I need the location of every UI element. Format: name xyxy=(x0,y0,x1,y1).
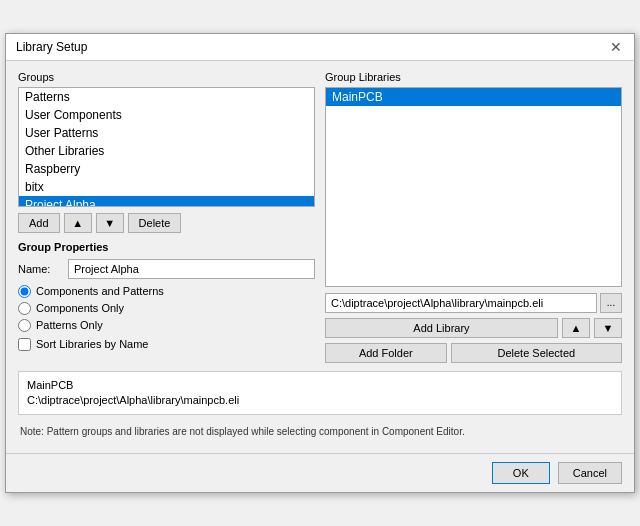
radio-patterns-only: Patterns Only xyxy=(18,319,315,332)
lib-buttons-row: Add Library ▲ ▼ xyxy=(325,318,622,338)
list-item[interactable]: User Patterns xyxy=(19,124,314,142)
list-item[interactable]: Other Libraries xyxy=(19,142,314,160)
cancel-button[interactable]: Cancel xyxy=(558,462,622,484)
delete-group-button[interactable]: Delete xyxy=(128,213,182,233)
radio-patterns-only-input[interactable] xyxy=(18,319,31,332)
library-path-input[interactable] xyxy=(325,293,597,313)
add-folder-button[interactable]: Add Folder xyxy=(325,343,447,363)
groups-list[interactable]: Patterns User Components User Patterns O… xyxy=(19,88,314,206)
browse-button[interactable]: ... xyxy=(600,293,622,313)
info-lib-name: MainPCB xyxy=(27,378,613,393)
delete-selected-button[interactable]: Delete Selected xyxy=(451,343,622,363)
info-lib-path: C:\diptrace\project\Alpha\library\mainpc… xyxy=(27,393,613,408)
sort-libraries-checkbox[interactable] xyxy=(18,338,31,351)
main-layout: Groups Patterns User Components User Pat… xyxy=(18,71,622,363)
list-item-project-alpha[interactable]: Project Alpha xyxy=(19,196,314,206)
lib-item-mainpcb[interactable]: MainPCB xyxy=(326,88,621,106)
close-button[interactable]: ✕ xyxy=(608,40,624,54)
right-column: Group Libraries MainPCB ... Add Library … xyxy=(325,71,622,363)
list-item[interactable]: bitx xyxy=(19,178,314,196)
groups-label: Groups xyxy=(18,71,315,83)
name-label: Name: xyxy=(18,263,68,275)
groups-listbox-wrapper: Patterns User Components User Patterns O… xyxy=(18,87,315,207)
sort-libraries-label: Sort Libraries by Name xyxy=(36,338,149,350)
dialog-body: Groups Patterns User Components User Pat… xyxy=(6,61,634,454)
note-box: Note: Pattern groups and libraries are n… xyxy=(18,421,622,443)
title-bar: Library Setup ✕ xyxy=(6,34,634,61)
dialog-footer: OK Cancel xyxy=(6,453,634,492)
move-lib-down-button[interactable]: ▼ xyxy=(594,318,622,338)
list-item[interactable]: User Components xyxy=(19,106,314,124)
groups-button-row: Add ▲ ▼ Delete xyxy=(18,213,315,233)
library-setup-dialog: Library Setup ✕ Groups Patterns User Com… xyxy=(5,33,635,494)
ok-button[interactable]: OK xyxy=(492,462,550,484)
note-text: Note: Pattern groups and libraries are n… xyxy=(20,426,465,437)
group-libraries-label: Group Libraries xyxy=(325,71,622,83)
group-properties-title: Group Properties xyxy=(18,241,315,253)
radio-components-patterns: Components and Patterns xyxy=(18,285,315,298)
list-item[interactable]: Raspberry xyxy=(19,160,314,178)
list-item[interactable]: Patterns xyxy=(19,88,314,106)
radio-components-patterns-label: Components and Patterns xyxy=(36,285,164,297)
path-row: ... xyxy=(325,293,622,313)
move-group-up-button[interactable]: ▲ xyxy=(64,213,92,233)
info-box: MainPCB C:\diptrace\project\Alpha\librar… xyxy=(18,371,622,416)
move-lib-up-button[interactable]: ▲ xyxy=(562,318,590,338)
radio-components-only-input[interactable] xyxy=(18,302,31,315)
left-column: Groups Patterns User Components User Pat… xyxy=(18,71,315,363)
group-name-input[interactable] xyxy=(68,259,315,279)
dialog-title: Library Setup xyxy=(16,40,87,54)
name-field-row: Name: xyxy=(18,259,315,279)
sort-libs-row: Sort Libraries by Name xyxy=(18,338,315,351)
lib-buttons-row2: Add Folder Delete Selected xyxy=(325,343,622,363)
group-libraries-list[interactable]: MainPCB xyxy=(325,87,622,287)
add-library-button[interactable]: Add Library xyxy=(325,318,558,338)
radio-components-and-patterns[interactable] xyxy=(18,285,31,298)
add-group-button[interactable]: Add xyxy=(18,213,60,233)
group-properties-section: Group Properties Name: Components and Pa… xyxy=(18,241,315,351)
radio-components-only: Components Only xyxy=(18,302,315,315)
radio-patterns-only-label: Patterns Only xyxy=(36,319,103,331)
move-group-down-button[interactable]: ▼ xyxy=(96,213,124,233)
radio-components-only-label: Components Only xyxy=(36,302,124,314)
